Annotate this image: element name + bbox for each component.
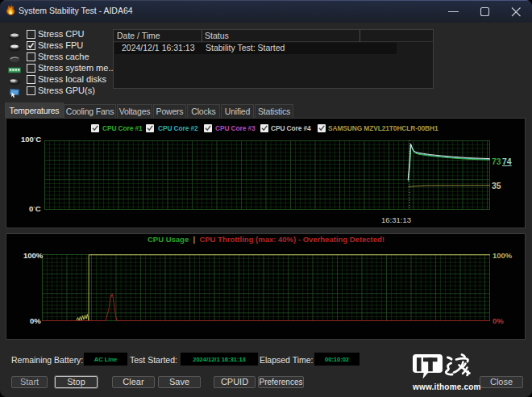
svg-text:www.ithome.com: www.ithome.com bbox=[412, 382, 481, 391]
